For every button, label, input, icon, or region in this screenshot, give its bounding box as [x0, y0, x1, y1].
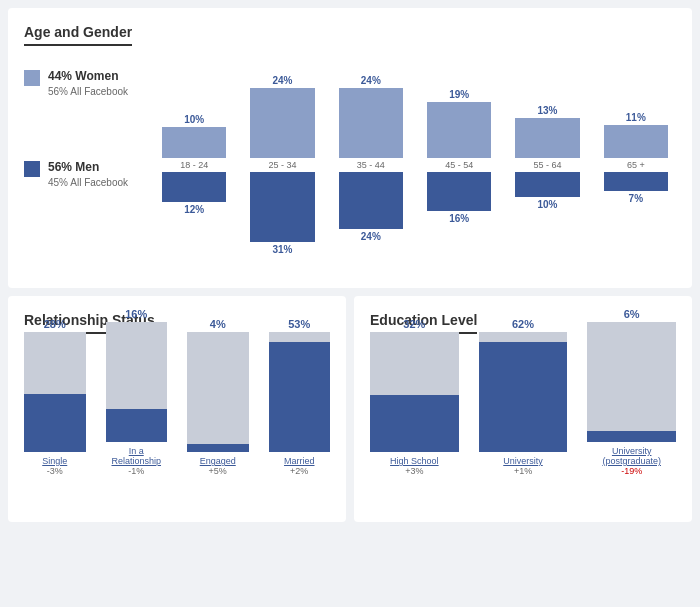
bar-fg-3	[269, 342, 331, 452]
age-label-3: 45 - 54	[419, 158, 499, 172]
bar-pct-label-2: 4%	[210, 318, 226, 330]
relationship-status-card: Relationship Status 28%Single-3%16%In a …	[8, 296, 346, 522]
bar-fg-2	[587, 431, 676, 442]
education-level-card: Education Level 32%High School+3%62%Univ…	[354, 296, 692, 522]
men-bar-2	[339, 172, 403, 229]
women-legend-color	[24, 70, 40, 86]
age-col-women-0: 10%	[154, 68, 234, 158]
men-pct-2: 24%	[361, 231, 381, 242]
men-pct-3: 16%	[449, 213, 469, 224]
age-col-men-4: 10%	[507, 172, 587, 262]
age-label-2: 35 - 44	[331, 158, 411, 172]
men-label: 56% Men	[48, 159, 128, 176]
age-col-men-0: 12%	[154, 172, 234, 262]
women-pct-1: 24%	[272, 75, 292, 86]
bar-item-3: 53%Married+2%	[269, 318, 331, 476]
bar-label-0: Single	[42, 456, 67, 466]
men-pct-1: 31%	[272, 244, 292, 255]
bar-item-2: 4%Engaged+5%	[187, 318, 249, 476]
bar-bg-0	[24, 332, 86, 452]
women-pct-2: 24%	[361, 75, 381, 86]
age-col-women-1: 24%	[242, 68, 322, 158]
bar-label-2: University (postgraduate)	[587, 446, 676, 466]
bar-bg-0	[370, 332, 459, 452]
age-col-men-1: 31%	[242, 172, 322, 262]
education-bar-chart: 32%High School+3%62%University+1%6%Unive…	[370, 346, 676, 506]
age-col-women-2: 24%	[331, 68, 411, 158]
age-col-women-3: 19%	[419, 68, 499, 158]
bar-bg-3	[269, 332, 331, 452]
bar-item-1: 16%In a Relationship-1%	[106, 308, 168, 476]
bar-fg-0	[24, 394, 86, 452]
women-pct-4: 13%	[537, 105, 557, 116]
men-bar-5	[604, 172, 668, 191]
bar-fg-2	[187, 444, 249, 452]
men-bars-row: 12%31%24%16%10%7%	[154, 172, 676, 272]
bar-bg-1	[479, 332, 568, 452]
bar-pct-label-0: 32%	[403, 318, 425, 330]
age-col-men-3: 16%	[419, 172, 499, 262]
men-bar-0	[162, 172, 226, 202]
bar-pct-label-1: 62%	[512, 318, 534, 330]
bar-delta-3: +2%	[290, 466, 308, 476]
age-gender-title: Age and Gender	[24, 24, 132, 46]
men-pct-0: 12%	[184, 204, 204, 215]
men-bar-3	[427, 172, 491, 211]
bar-item-1: 62%University+1%	[479, 318, 568, 476]
bar-bg-2	[187, 332, 249, 452]
bar-delta-2: +5%	[209, 466, 227, 476]
bar-label-0: High School	[390, 456, 439, 466]
women-bar-0	[162, 127, 226, 158]
bar-pct-label-2: 6%	[624, 308, 640, 320]
bar-fg-1	[106, 409, 168, 442]
bar-pct-label-1: 16%	[125, 308, 147, 320]
women-bar-2	[339, 88, 403, 158]
men-legend-color	[24, 161, 40, 177]
bar-bg-1	[106, 322, 168, 442]
women-bar-5	[604, 125, 668, 158]
bar-pct-label-0: 28%	[44, 318, 66, 330]
bottom-row: Relationship Status 28%Single-3%16%In a …	[8, 296, 692, 522]
women-pct-5: 11%	[626, 112, 646, 123]
age-col-women-5: 11%	[596, 68, 676, 158]
bar-label-1: University	[503, 456, 543, 466]
women-bar-4	[515, 118, 579, 158]
women-pct-0: 10%	[184, 114, 204, 125]
men-pct-5: 7%	[629, 193, 643, 204]
men-sublabel: 45% All Facebook	[48, 176, 128, 190]
age-label-4: 55 - 64	[507, 158, 587, 172]
women-bar-1	[250, 88, 314, 158]
age-col-men-2: 24%	[331, 172, 411, 262]
bar-label-1: In a Relationship	[106, 446, 168, 466]
bar-item-0: 28%Single-3%	[24, 318, 86, 476]
bar-label-2: Engaged	[200, 456, 236, 466]
age-col-men-5: 7%	[596, 172, 676, 262]
bar-delta-0: -3%	[47, 466, 63, 476]
age-gender-section: Age and Gender 44% Women 56% All Faceboo…	[8, 8, 692, 288]
bar-delta-0: +3%	[405, 466, 423, 476]
women-label: 44% Women	[48, 68, 128, 85]
bar-fg-1	[479, 342, 568, 452]
men-bar-1	[250, 172, 314, 242]
relationship-bar-chart: 28%Single-3%16%In a Relationship-1%4%Eng…	[24, 346, 330, 506]
bar-pct-label-3: 53%	[288, 318, 310, 330]
age-label-5: 65 +	[596, 158, 676, 172]
bar-item-2: 6%University (postgraduate)-19%	[587, 308, 676, 476]
bar-item-0: 32%High School+3%	[370, 318, 459, 476]
women-legend-item: 44% Women 56% All Facebook	[24, 68, 154, 99]
bar-delta-1: -1%	[128, 466, 144, 476]
bar-label-3: Married	[284, 456, 315, 466]
women-bars-row: 10%24%24%19%13%11%	[154, 58, 676, 158]
bar-bg-2	[587, 322, 676, 442]
bar-delta-2: -19%	[621, 466, 642, 476]
age-label-1: 25 - 34	[242, 158, 322, 172]
legend: 44% Women 56% All Facebook 56% Men 45% A…	[24, 58, 154, 250]
women-pct-3: 19%	[449, 89, 469, 100]
bar-delta-1: +1%	[514, 466, 532, 476]
men-legend-item: 56% Men 45% All Facebook	[24, 159, 154, 190]
women-bar-3	[427, 102, 491, 158]
men-bar-4	[515, 172, 579, 197]
age-label-0: 18 - 24	[154, 158, 234, 172]
men-pct-4: 10%	[537, 199, 557, 210]
women-sublabel: 56% All Facebook	[48, 85, 128, 99]
